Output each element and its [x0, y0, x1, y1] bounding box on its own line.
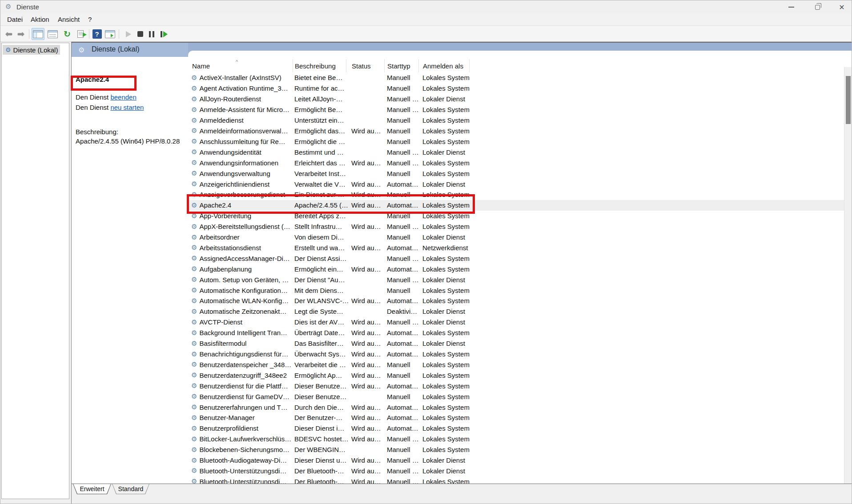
console-tree-panel: ⚙ Dienste (Lokal): [1, 43, 69, 499]
export-list-icon[interactable]: [74, 28, 87, 40]
cell-beschreibung: Dieser Benutze…: [293, 391, 346, 402]
table-row[interactable]: ⚙ Anwendungsidentität Bestimmt und … Man…: [188, 147, 852, 157]
cell-anmelden-als: Lokales System: [418, 423, 469, 434]
table-row[interactable]: ⚙ Benutzererfahrungen und T… Durch den D…: [188, 402, 852, 412]
table-row[interactable]: ⚙ Automatische Konfiguration… Mit dem Di…: [188, 285, 852, 296]
table-row[interactable]: ⚙ Agent Activation Runtime_3… Runtime fo…: [188, 83, 852, 94]
column-header-status[interactable]: Status: [346, 59, 384, 72]
table-row[interactable]: ⚙ Benachrichtigungsdienst für… Überwacht…: [188, 349, 852, 360]
table-row[interactable]: ⚙ Autom. Setup von Geräten, … Der Dienst…: [188, 274, 852, 285]
table-row[interactable]: ⚙ Blockebenen-Sicherungsmo… Der WBENGIN……: [188, 444, 852, 455]
scrollbar-thumb[interactable]: [846, 76, 851, 124]
table-row[interactable]: ⚙ Bluetooth-Audiogateway-Di… Dieser Dien…: [188, 455, 852, 466]
cell-anmelden-als: Netzwerkdienst: [418, 243, 469, 253]
menu-ansicht[interactable]: Ansicht: [58, 16, 80, 23]
cell-beschreibung: Der Bluetooth-…: [293, 476, 346, 484]
service-gear-icon: ⚙: [191, 169, 197, 177]
table-row[interactable]: ⚙ Arbeitsordner Von diesem Di… Manuell L…: [188, 232, 852, 243]
table-row[interactable]: ⚙ Anzeigerichtliniendienst Verwaltet die…: [188, 179, 852, 189]
cell-beschreibung: Verarbeitet Inst…: [293, 168, 346, 179]
table-row[interactable]: ⚙ AppX-Bereitstellungsdienst (… Stellt I…: [188, 221, 852, 232]
column-header-anmelden-als[interactable]: Anmelden als: [418, 59, 469, 72]
cell-starttyp: Automat…: [384, 412, 418, 423]
cell-beschreibung: Ermöglicht Ap…: [293, 370, 346, 380]
start-service-icon[interactable]: [124, 28, 133, 40]
menu-help[interactable]: ?: [88, 16, 92, 23]
table-row[interactable]: ⚙ Benutzerdienst für GameDV… Dieser Benu…: [188, 391, 852, 402]
table-row[interactable]: ⚙ AllJoyn-Routerdienst Leitet AllJoyn-… …: [188, 94, 852, 104]
restart-service-link[interactable]: neu starten: [110, 104, 144, 111]
table-row[interactable]: ⚙ Arbeitsstationsdienst Erstellt und wa……: [188, 243, 852, 253]
cell-name: Blockebenen-Sicherungsmo…: [199, 446, 289, 453]
cell-anmelden-als: Lokaler Dienst: [418, 306, 469, 317]
service-gear-icon: ⚙: [191, 84, 197, 92]
tab-standard[interactable]: Standard: [112, 484, 149, 494]
column-header-name[interactable]: Name ^: [188, 59, 293, 72]
table-row[interactable]: ⚙ Benutzerdatenspeicher _348… Verarbeite…: [188, 359, 852, 370]
cell-anmelden-als: Lokaler Dienst: [418, 232, 469, 243]
service-gear-icon: ⚙: [191, 286, 197, 294]
table-row[interactable]: ⚙ AssignedAccessManager-Di… Der Dienst A…: [188, 253, 852, 264]
restart-service-icon[interactable]: [158, 28, 170, 40]
vertical-scrollbar[interactable]: [844, 67, 852, 484]
table-row[interactable]: ⚙ Bluetooth-Unterstützungsdi… Der Blueto…: [188, 476, 852, 484]
table-row[interactable]: ⚙ Automatische Zeitzonenakt… Legt die Sy…: [188, 306, 852, 317]
close-button[interactable]: ✕: [831, 0, 852, 14]
stop-service-icon[interactable]: [135, 28, 145, 40]
properties-icon[interactable]: [46, 28, 59, 40]
cell-starttyp: Manuell …: [384, 104, 418, 115]
table-row[interactable]: ⚙ Benutzer-Manager Der Benutzer-… Wird a…: [188, 412, 852, 423]
show-action-pane-icon[interactable]: [104, 28, 117, 40]
cell-status: Wird au…: [346, 466, 384, 476]
table-row[interactable]: ⚙ Basisfiltermodul Das Basisfilter… Wird…: [188, 338, 852, 349]
pause-service-icon[interactable]: [147, 28, 157, 40]
table-row[interactable]: ⚙ ActiveX-Installer (AxInstSV) Bietet ei…: [188, 72, 852, 83]
cell-name: Anzeigerichtliniendienst: [199, 180, 269, 188]
forward-icon[interactable]: ➡: [15, 28, 27, 40]
cell-anmelden-als: Lokales System: [418, 83, 469, 94]
table-row[interactable]: ⚙ Anmeldedienst Unterstützt ein… Manuell…: [188, 115, 852, 126]
cell-anmelden-als: Lokales System: [418, 264, 469, 274]
service-gear-icon: ⚙: [191, 106, 197, 114]
menu-aktion[interactable]: Aktion: [31, 16, 49, 23]
cell-name: Aufgabenplanung: [199, 265, 252, 273]
cell-status: Wird au…: [346, 243, 384, 253]
stop-service-link[interactable]: beenden: [110, 93, 136, 101]
cell-anmelden-als: Lokales System: [418, 444, 469, 455]
table-row[interactable]: ⚙ Bluetooth-Unterstützungsdi… Der Blueto…: [188, 466, 852, 476]
tab-erweitert[interactable]: Erweitert: [73, 484, 111, 494]
refresh-icon[interactable]: ↻: [61, 28, 73, 40]
cell-status: Wird au…: [346, 338, 384, 349]
back-icon[interactable]: ⬅: [3, 28, 15, 40]
column-header-starttyp[interactable]: Starttyp: [384, 59, 418, 72]
cell-beschreibung: BDESVC hostet…: [293, 434, 346, 444]
table-row[interactable]: ⚙ AVCTP-Dienst Dies ist der AV… Wird au……: [188, 317, 852, 328]
column-header-beschreibung[interactable]: Beschreibung: [293, 59, 346, 72]
cell-beschreibung: Dieser Benutze…: [293, 380, 346, 391]
service-gear-icon: ⚙: [191, 456, 197, 464]
table-row[interactable]: ⚙ Anmeldeinformationsverwal… Ermöglicht …: [188, 126, 852, 136]
table-row[interactable]: ⚙ Anwendungsverwaltung Verarbeitet Inst……: [188, 168, 852, 179]
cell-anmelden-als: Lokales System: [418, 168, 469, 179]
menu-datei[interactable]: Datei: [7, 16, 23, 23]
table-row[interactable]: ⚙ Benutzerdienst für die Plattf… Dieser …: [188, 380, 852, 391]
service-gear-icon: ⚙: [191, 350, 197, 358]
table-row[interactable]: ⚙ Automatische WLAN-Konfig… Der WLANSVC-…: [188, 296, 852, 306]
show-console-tree-icon[interactable]: [32, 28, 44, 40]
cell-starttyp: Deaktivi…: [384, 306, 418, 317]
sidebar-item-dienste-lokal[interactable]: ⚙ Dienste (Lokal): [3, 45, 60, 55]
maximize-button[interactable]: [807, 0, 828, 14]
table-row[interactable]: ⚙ Anmelde-Assistent für Micro… Ermöglich…: [188, 104, 852, 115]
table-row[interactable]: ⚙ Benutzerdatenzugriff_348ee2 Ermöglicht…: [188, 370, 852, 380]
table-row[interactable]: ⚙ BitLocker-Laufwerkverschlüs… BDESVC ho…: [188, 434, 852, 444]
cell-beschreibung: Verwaltet die V…: [293, 179, 346, 189]
cell-beschreibung: Ermöglicht ein…: [293, 264, 346, 274]
table-row[interactable]: ⚙ Anschlussumleitung für Re… Ermöglicht …: [188, 136, 852, 147]
table-row[interactable]: ⚙ Anwendungsinformationen Erleichtert da…: [188, 157, 852, 168]
table-row[interactable]: ⚙ Aufgabenplanung Ermöglicht ein… Wird a…: [188, 264, 852, 274]
service-gear-icon: ⚙: [191, 265, 197, 273]
minimize-button[interactable]: [780, 0, 802, 14]
table-row[interactable]: ⚙ Background Intelligent Tran… Überträgt…: [188, 328, 852, 338]
table-row[interactable]: ⚙ Benutzerprofildienst Dieser Dienst i… …: [188, 423, 852, 434]
help-icon[interactable]: ?: [91, 28, 103, 40]
